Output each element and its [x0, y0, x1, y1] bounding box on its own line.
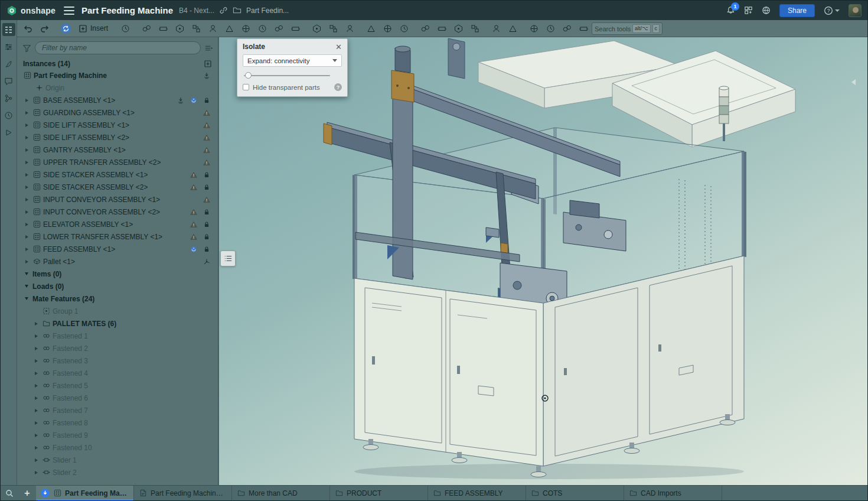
tree-item-fastened-9[interactable]: Fastened 9	[17, 429, 218, 441]
expand-chevron[interactable]	[23, 173, 30, 177]
search-tools-input[interactable]	[595, 25, 631, 32]
tab-part-feeding-machine[interactable]: Part Feeding Machine	[36, 486, 134, 500]
tree-item-part-feeding-machine[interactable]: Part Feeding Machine	[17, 69, 218, 82]
main-menu-icon[interactable]	[64, 6, 74, 15]
insert-button[interactable]: Insert	[74, 21, 112, 36]
expand-chevron[interactable]	[23, 148, 30, 152]
expand-chevron[interactable]	[23, 297, 30, 300]
tree-item-feed-assembly-1[interactable]: FEED ASSEMBLY <1>	[17, 243, 218, 255]
display-states-icon[interactable]	[488, 21, 504, 36]
cylindrical-mate-icon[interactable]	[221, 21, 237, 36]
tree-item-input-conveyor-assembly-1[interactable]: INPUT CONVEYOR ASSEMBLY <1>	[17, 193, 218, 206]
insert-instance-icon[interactable]	[204, 60, 212, 68]
tree-item-upper-transfer-assembly-2[interactable]: UPPER TRANSFER ASSEMBLY <2>	[17, 156, 218, 168]
tree-item-fastened-2[interactable]: Fastened 2	[17, 342, 218, 354]
ball-mate-icon[interactable]	[254, 21, 270, 36]
redo-icon[interactable]	[37, 21, 53, 36]
expand-dropdown[interactable]: Expand: connectivity	[243, 54, 342, 67]
expand-chevron[interactable]	[23, 99, 30, 102]
tab-feed-assembly[interactable]: FEED ASSEMBLY	[428, 486, 526, 500]
expand-chevron[interactable]	[32, 396, 40, 400]
expand-chevron[interactable]	[23, 136, 30, 139]
undo-icon[interactable]	[20, 21, 36, 36]
help-icon[interactable]: ?	[334, 83, 342, 91]
close-icon[interactable]: ✕	[335, 43, 342, 51]
expand-chevron[interactable]	[32, 446, 40, 450]
tab-product[interactable]: PRODUCT	[330, 486, 428, 500]
onshape-logo[interactable]: onshape	[6, 5, 56, 16]
add-tab-button[interactable]: +	[18, 486, 36, 500]
expand-chevron[interactable]	[32, 421, 40, 425]
tree-item-fastened-7[interactable]: Fastened 7	[17, 404, 218, 417]
expand-chevron[interactable]	[32, 434, 40, 437]
tree-item-origin[interactable]: Origin	[17, 82, 218, 94]
tree-section-items-0[interactable]: Items (0)	[17, 268, 218, 280]
group-icon[interactable]	[325, 21, 341, 36]
expand-chevron[interactable]	[23, 272, 30, 275]
tree-item-side-stacker-assembly-1[interactable]: SIDE STACKER ASSEMBLY <1>	[17, 168, 218, 181]
document-version[interactable]: B4 - Next...	[179, 6, 214, 15]
tree-item-gantry-assembly-1[interactable]: GANTRY ASSEMBLY <1>	[17, 144, 218, 156]
planar-mate-icon[interactable]	[205, 21, 221, 36]
revolute-mate-icon[interactable]	[172, 21, 188, 36]
expand-chevron[interactable]	[23, 285, 30, 288]
follow-mode-icon[interactable]	[2, 126, 15, 139]
pin-slot-mate-icon[interactable]	[238, 21, 254, 36]
tree-item-lower-transfer-assembly-1[interactable]: LOWER TRANSFER ASSEMBLY <1>	[17, 230, 218, 243]
fastened-mate-icon[interactable]	[155, 21, 171, 36]
expand-chevron[interactable]	[23, 260, 30, 263]
update-sync-icon[interactable]	[58, 21, 74, 36]
expand-chevron[interactable]	[32, 322, 40, 326]
link-icon[interactable]	[219, 6, 228, 15]
replicate-icon[interactable]	[342, 21, 358, 36]
comments-panel-icon[interactable]	[2, 74, 15, 87]
tab-cots[interactable]: COTS	[526, 486, 624, 500]
collapse-panel-icon[interactable]	[851, 79, 856, 85]
appearance-icon[interactable]	[505, 21, 521, 36]
expand-chevron[interactable]	[32, 359, 40, 363]
tree-item-fastened-3[interactable]: Fastened 3	[17, 354, 218, 367]
help-menu[interactable]: ?	[824, 6, 840, 15]
tab-more-than-cad[interactable]: More than CAD	[232, 486, 330, 500]
history-panel-icon[interactable]	[2, 109, 15, 122]
expand-chevron[interactable]	[23, 161, 30, 164]
tangent-mate-icon[interactable]	[288, 21, 304, 36]
model-viewport[interactable]	[219, 37, 867, 485]
expand-chevron[interactable]	[32, 458, 40, 462]
versions-panel-icon[interactable]	[2, 92, 15, 105]
tree-item-fastened-8[interactable]: Fastened 8	[17, 417, 218, 429]
tree-item-side-lift-assembly-2[interactable]: SIDE LIFT ASSEMBLY <2>	[17, 131, 218, 144]
tree-item-pallet-mates-6[interactable]: PALLET MATES (6)	[17, 317, 218, 330]
tree-item-fastened-1[interactable]: Fastened 1	[17, 330, 218, 342]
filter-input[interactable]	[35, 41, 201, 54]
mass-properties-icon[interactable]	[559, 21, 575, 36]
expand-chevron[interactable]	[23, 223, 30, 226]
expand-chevron[interactable]	[23, 235, 30, 239]
expand-chevron[interactable]	[23, 186, 30, 189]
tree-item-guarding-assembly-1[interactable]: GUARDING ASSEMBLY <1>	[17, 106, 218, 119]
interference-icon[interactable]	[576, 21, 592, 36]
breadcrumb[interactable]: Part Feedin...	[246, 6, 289, 15]
expand-chevron[interactable]	[32, 334, 40, 338]
tree-item-pallet-1[interactable]: Pallet <1>	[17, 255, 218, 268]
mate-connector-icon[interactable]	[309, 21, 325, 36]
circular-pattern-icon[interactable]	[380, 21, 396, 36]
expand-chevron[interactable]	[23, 198, 30, 201]
expand-chevron[interactable]	[32, 471, 40, 474]
org-icon[interactable]	[762, 6, 771, 15]
model-canvas[interactable]	[301, 37, 821, 482]
tree-section-mate-features-24[interactable]: Mate Features (24)	[17, 292, 218, 305]
tree-item-slider-2[interactable]: Slider 2	[17, 466, 218, 479]
measure-icon[interactable]	[543, 21, 559, 36]
expand-chevron[interactable]	[32, 347, 40, 350]
isolate-distance-slider[interactable]	[244, 71, 341, 80]
linear-pattern-icon[interactable]	[363, 21, 379, 36]
tree-item-input-conveyor-assembly-2[interactable]: INPUT CONVEYOR ASSEMBLY <2>	[17, 206, 218, 218]
tab-part-feeding-machine-d[interactable]: Part Feeding Machine D...	[134, 486, 232, 500]
expand-chevron[interactable]	[32, 409, 40, 412]
expand-chevron[interactable]	[32, 384, 40, 388]
notifications-bell-icon[interactable]: 1	[726, 6, 735, 15]
named-positions-icon[interactable]	[467, 21, 483, 36]
expand-chevron[interactable]	[23, 248, 30, 251]
slider-knob[interactable]	[245, 72, 252, 79]
